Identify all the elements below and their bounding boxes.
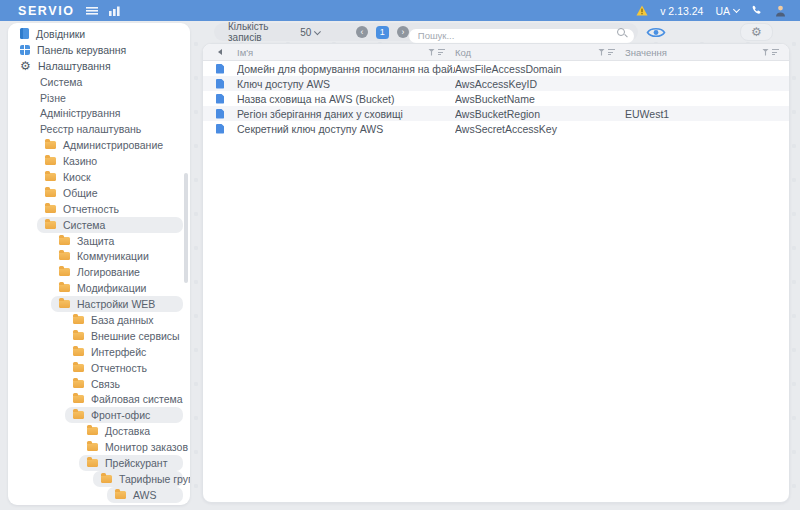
tree-item[interactable]: Система [37, 217, 183, 233]
column-header-code[interactable]: Код [455, 47, 625, 58]
tree-item[interactable]: Настройки WEB [51, 296, 183, 312]
sidebar-tree: Довідники Панель керування Налаштування … [8, 26, 190, 503]
folder-icon [45, 221, 56, 229]
table-row[interactable]: Секретний ключ доступу AWS AwsSecretAcce… [203, 121, 789, 136]
prev-page-button[interactable]: ‹ [356, 26, 368, 38]
folder-icon [59, 268, 70, 276]
setting-name: Ключ доступу AWS [237, 78, 455, 90]
table-row[interactable]: Домейн для формування посилання на файл … [203, 61, 789, 76]
tree-item[interactable]: Фронт-офис [65, 407, 183, 423]
chart-icon[interactable] [109, 6, 122, 16]
language-label: UA [715, 5, 730, 17]
search-input[interactable] [409, 29, 634, 43]
tree-item[interactable]: База данных [65, 312, 183, 328]
tree-item[interactable]: Доставка [79, 423, 183, 439]
tree-item[interactable]: Общие [37, 185, 183, 201]
tree-item[interactable]: Интерфейс [65, 344, 183, 360]
tree-item[interactable]: Логирование [51, 264, 183, 280]
table-settings-gear-icon[interactable] [740, 23, 773, 41]
tree-item[interactable]: Отчетность [65, 360, 183, 376]
tree-item[interactable]: Панель керування [12, 42, 183, 58]
sort-icon[interactable] [438, 49, 445, 56]
filter-icon[interactable] [598, 49, 605, 56]
folder-icon [73, 395, 84, 403]
folder-icon [45, 141, 56, 149]
phone-icon[interactable] [751, 5, 763, 17]
user-avatar[interactable] [775, 5, 786, 17]
sort-icon[interactable] [772, 49, 779, 56]
tree-item[interactable]: Монитор заказов [79, 439, 183, 455]
search-box [409, 25, 634, 39]
setting-code: AwsAccessKeyID [455, 78, 625, 90]
column-header-value[interactable]: Значення [625, 47, 789, 58]
tree-item[interactable]: Коммуникации [51, 248, 183, 264]
tree-item[interactable]: Защита [51, 233, 183, 249]
language-selector[interactable]: UA [715, 5, 739, 17]
folder-icon [73, 380, 84, 388]
folder-icon [59, 237, 70, 245]
version-label: v 2.13.24 [660, 5, 703, 17]
folder-icon [73, 411, 84, 419]
file-icon [216, 109, 224, 119]
book-icon [20, 28, 29, 39]
tree-item[interactable]: Довідники [12, 26, 183, 42]
folder-icon [45, 173, 56, 181]
folder-icon [73, 316, 84, 324]
folder-icon [59, 252, 70, 260]
tree-item[interactable]: Казино [37, 153, 183, 169]
tree-item[interactable]: Администрирование [37, 137, 183, 153]
tree-item[interactable]: Связь [65, 376, 183, 392]
setting-code: AwsSecretAccessKey [455, 123, 625, 135]
records-per-page-selector[interactable]: Кількість записів 50 [228, 21, 320, 43]
file-icon [216, 64, 224, 74]
folder-icon [59, 300, 70, 308]
hamburger-menu-icon[interactable] [86, 7, 98, 15]
warning-icon[interactable] [636, 5, 648, 16]
records-label: Кількість записів [228, 21, 296, 43]
folder-icon [87, 427, 98, 435]
tree-item[interactable]: Адміністрування [32, 105, 183, 121]
folder-icon [59, 284, 70, 292]
filter-icon[interactable] [428, 49, 435, 56]
current-page-button[interactable]: 1 [376, 26, 389, 39]
sidebar-scrollbar[interactable] [184, 173, 188, 283]
table-row[interactable]: Назва сховища на AWS (Bucket) AwsBucketN… [203, 91, 789, 106]
setting-name: Регіон зберігання даних у сховищі [237, 108, 455, 120]
table-row[interactable]: Ключ доступу AWS AwsAccessKeyID [203, 76, 789, 91]
setting-name: Домейн для формування посилання на файл … [237, 63, 455, 75]
tree-item[interactable]: Тарифные группы [93, 471, 183, 487]
visibility-eye-icon[interactable] [646, 25, 666, 38]
records-count: 50 [300, 27, 311, 38]
file-icon [216, 124, 224, 134]
pagination: ‹ 1 › [356, 26, 409, 39]
toolbar: Кількість записів 50 ‹ 1 › [214, 23, 638, 41]
sort-icon[interactable] [608, 49, 615, 56]
tree-item[interactable]: Різне [32, 90, 183, 106]
filter-icon[interactable] [762, 49, 769, 56]
folder-icon [101, 475, 112, 483]
setting-code: AwsBucketName [455, 93, 625, 105]
folder-icon [73, 364, 84, 372]
tree-item[interactable]: AWS [107, 487, 183, 503]
tree-item[interactable]: Налаштування [12, 58, 183, 74]
tree-item[interactable]: Отчетность [37, 201, 183, 217]
brand-logo: SERVIO [18, 4, 75, 18]
tree-item[interactable]: Система [32, 74, 183, 90]
collapse-left-icon [218, 49, 222, 55]
topbar: SERVIO v 2.13.24 UA [0, 0, 800, 21]
collapse-column-header[interactable] [203, 49, 237, 55]
column-header-name[interactable]: Ім'я [237, 47, 455, 58]
table-header: Ім'я Код Значення [203, 44, 789, 61]
folder-icon [87, 443, 98, 451]
setting-code: AwsBucketRegion [455, 108, 625, 120]
tree-item[interactable]: Реєстр налаштувань [32, 121, 183, 137]
tree-item[interactable]: Прейскурант [79, 455, 183, 471]
sidebar: Довідники Панель керування Налаштування … [8, 23, 190, 505]
table-row[interactable]: Регіон зберігання даних у сховищі AwsBuc… [203, 106, 789, 121]
tree-item[interactable]: Внешние сервисы [65, 328, 183, 344]
table-body: Домейн для формування посилання на файл … [203, 61, 789, 136]
tree-item[interactable]: Файловая система [65, 391, 183, 407]
next-page-button[interactable]: › [397, 26, 409, 38]
tree-item[interactable]: Модификации [51, 280, 183, 296]
tree-item[interactable]: Киоск [37, 169, 183, 185]
